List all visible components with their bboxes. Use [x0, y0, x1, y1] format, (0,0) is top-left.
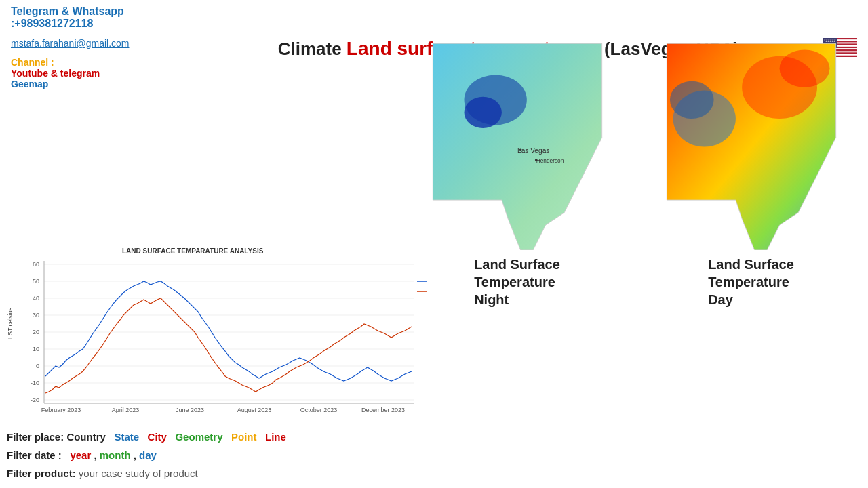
svg-text:0: 0 — [36, 363, 39, 369]
svg-text:June 2023: June 2023 — [176, 407, 204, 413]
filter-product-line: Filter product: your case study of produ… — [7, 464, 286, 483]
svg-text:February 2023: February 2023 — [41, 407, 81, 413]
phone-line: :+989381272118 — [11, 18, 201, 30]
svg-text:LAND SURFACE TEMPARATURE ANALY: LAND SURFACE TEMPARATURE ANALYSIS — [122, 247, 264, 255]
filter-comma1: , — [94, 449, 99, 461]
climate-word: Climate — [278, 39, 342, 59]
filter-day: day — [139, 449, 157, 461]
svg-point-24 — [534, 159, 537, 161]
filter-month: month — [100, 449, 131, 461]
filter-line-word: Line — [265, 431, 286, 443]
filter-product-label: Filter product: — [7, 468, 76, 479]
day-map-label: Land SurfaceTemperatureDay — [708, 256, 794, 308]
night-map-container: Las Vegas Henderson Land SurfaceTemperat… — [407, 37, 627, 308]
svg-text:December 2023: December 2023 — [361, 407, 405, 413]
filter-comma2: , — [134, 449, 136, 461]
filter-geometry: Geometry — [175, 431, 222, 443]
day-map-svg — [646, 37, 856, 250]
filter-product-text: your case study of product — [79, 468, 198, 479]
filter-date-line: Filter date : year , month , day — [7, 446, 286, 464]
night-map-label: Land SurfaceTemperatureNight — [474, 256, 560, 308]
svg-text:50: 50 — [33, 278, 39, 285]
youtube-line: Youtube & telegram — [11, 68, 201, 79]
svg-text:20: 20 — [33, 329, 39, 336]
svg-point-23 — [519, 148, 521, 151]
svg-text:August 2023: August 2023 — [237, 407, 272, 413]
svg-text:30: 30 — [33, 312, 39, 319]
telegram-line: Telegram & Whatsapp — [11, 5, 201, 18]
svg-text:10: 10 — [33, 346, 39, 352]
filter-country: Country — [66, 431, 106, 443]
svg-text:Las Vegas: Las Vegas — [517, 147, 549, 155]
filter-state: State — [114, 431, 139, 443]
svg-text:-20: -20 — [31, 396, 39, 403]
email-link[interactable]: mstafa.farahani@gmail.com — [11, 38, 201, 49]
night-map-svg: Las Vegas Henderson — [412, 37, 623, 250]
channel-label: Channel : — [11, 57, 201, 68]
filter-year: year — [70, 449, 91, 461]
filter-city: City — [148, 431, 167, 443]
svg-text:60: 60 — [33, 261, 39, 268]
svg-point-26 — [779, 49, 829, 87]
day-map-container: Land SurfaceTemperatureDay — [641, 37, 861, 308]
chart-svg: LAND SURFACE TEMPARATURE ANALYSIS LST ce… — [7, 244, 427, 420]
filter-place-line: Filter place: Country State City Geometr… — [7, 428, 286, 446]
svg-text:-10: -10 — [31, 380, 39, 386]
filter-place-label: Filter place: — [7, 431, 64, 443]
filter-point: Point — [231, 431, 257, 443]
filter-date-label: Filter date : — [7, 449, 62, 461]
svg-text:40: 40 — [33, 295, 39, 302]
contact-info: Telegram & Whatsapp :+989381272118 mstaf… — [11, 5, 201, 89]
svg-text:LST celsius: LST celsius — [7, 307, 14, 339]
geemap-line: Geemap — [11, 79, 201, 89]
svg-text:Henderson: Henderson — [536, 157, 564, 164]
chart-section: LAND SURFACE TEMPARATURE ANALYSIS LST ce… — [7, 244, 427, 434]
maps-section: Las Vegas Henderson Land SurfaceTemperat… — [407, 37, 861, 308]
svg-point-20 — [464, 97, 501, 128]
filters-section: Filter place: Country State City Geometr… — [7, 428, 286, 483]
svg-text:October 2023: October 2023 — [300, 407, 338, 413]
svg-point-28 — [669, 81, 713, 119]
svg-text:April 2023: April 2023 — [112, 407, 140, 413]
